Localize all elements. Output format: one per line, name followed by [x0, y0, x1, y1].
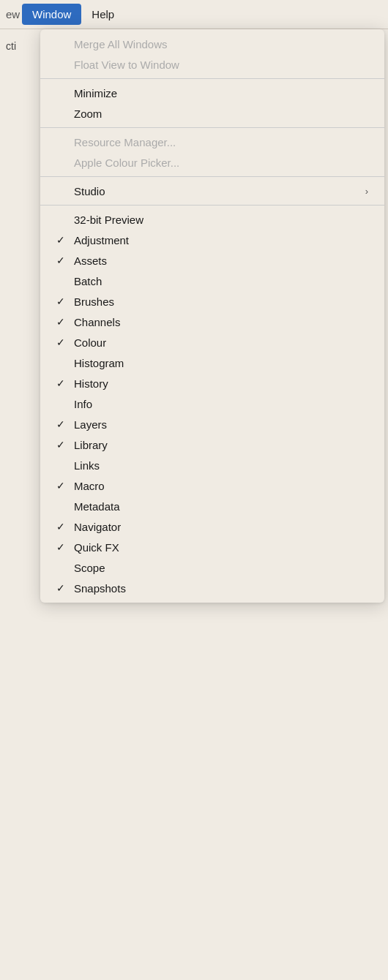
navigator-check-icon: ✓ [56, 521, 74, 532]
quick-fx-item[interactable]: ✓ Quick FX [40, 537, 384, 557]
zoom-item[interactable]: Zoom [40, 103, 384, 124]
assets-check-icon: ✓ [56, 255, 74, 266]
merge-all-windows-item[interactable]: Merge All Windows [40, 34, 384, 54]
adjustment-item[interactable]: ✓ Adjustment [40, 230, 384, 250]
snapshots-check-icon: ✓ [56, 582, 74, 594]
resource-manager-item[interactable]: Resource Manager... [40, 132, 384, 152]
library-label: Library [74, 439, 368, 451]
colour-label: Colour [74, 336, 368, 349]
resource-manager-label: Resource Manager... [74, 136, 368, 148]
32bit-preview-item[interactable]: 32-bit Preview [40, 209, 384, 230]
window-dropdown: Merge All Windows Float View to Window M… [40, 29, 384, 603]
studio-label: Studio [74, 185, 365, 197]
channels-label: Channels [74, 316, 368, 328]
macro-check-icon: ✓ [56, 480, 74, 491]
links-label: Links [74, 459, 368, 472]
view-label: cti [6, 40, 16, 52]
channels-check-icon: ✓ [56, 316, 74, 328]
window-menu[interactable]: Window [22, 4, 81, 25]
adjustment-label: Adjustment [74, 234, 368, 246]
minimize-item[interactable]: Minimize [40, 83, 384, 103]
library-check-icon: ✓ [56, 439, 74, 451]
studio-item[interactable]: Studio › [40, 181, 384, 201]
separator-1 [40, 78, 384, 79]
separator-4 [40, 205, 384, 206]
macro-item[interactable]: ✓ Macro [40, 475, 384, 496]
colour-item[interactable]: ✓ Colour [40, 332, 384, 353]
adjustment-check-icon: ✓ [56, 234, 74, 246]
quick-fx-check-icon: ✓ [56, 541, 74, 553]
separator-3 [40, 176, 384, 177]
navigator-item[interactable]: ✓ Navigator [40, 516, 384, 537]
scope-item[interactable]: Scope [40, 557, 384, 578]
snapshots-label: Snapshots [74, 582, 368, 595]
metadata-item[interactable]: Metadata [40, 496, 384, 516]
scope-label: Scope [74, 562, 368, 574]
metadata-label: Metadata [74, 500, 368, 513]
history-item[interactable]: ✓ History [40, 373, 384, 393]
32bit-preview-label: 32-bit Preview [74, 214, 368, 226]
merge-all-windows-label: Merge All Windows [74, 38, 368, 50]
brushes-check-icon: ✓ [56, 295, 74, 307]
history-check-icon: ✓ [56, 377, 74, 389]
colour-check-icon: ✓ [56, 336, 74, 348]
library-item[interactable]: ✓ Library [40, 434, 384, 455]
minimize-label: Minimize [74, 87, 368, 99]
help-menu[interactable]: Help [81, 4, 124, 25]
layers-label: Layers [74, 418, 368, 431]
assets-label: Assets [74, 255, 368, 267]
links-item[interactable]: Links [40, 455, 384, 475]
info-label: Info [74, 398, 368, 410]
float-view-to-window-label: Float View to Window [74, 59, 368, 71]
menu-bar-prefix: ew [0, 8, 22, 20]
batch-label: Batch [74, 275, 368, 287]
channels-item[interactable]: ✓ Channels [40, 312, 384, 332]
menu-bar: ew Window Help [0, 0, 388, 29]
apple-colour-picker-item[interactable]: Apple Colour Picker... [40, 152, 384, 173]
separator-2 [40, 127, 384, 128]
macro-label: Macro [74, 480, 368, 492]
float-view-to-window-item[interactable]: Float View to Window [40, 54, 384, 75]
brushes-label: Brushes [74, 295, 368, 308]
snapshots-item[interactable]: ✓ Snapshots [40, 578, 384, 598]
apple-colour-picker-label: Apple Colour Picker... [74, 157, 368, 169]
histogram-label: Histogram [74, 357, 368, 369]
info-item[interactable]: Info [40, 393, 384, 414]
history-label: History [74, 377, 368, 390]
histogram-item[interactable]: Histogram [40, 353, 384, 373]
assets-item[interactable]: ✓ Assets [40, 250, 384, 271]
brushes-item[interactable]: ✓ Brushes [40, 291, 384, 312]
quick-fx-label: Quick FX [74, 541, 368, 554]
layers-check-icon: ✓ [56, 418, 74, 430]
layers-item[interactable]: ✓ Layers [40, 414, 384, 434]
navigator-label: Navigator [74, 521, 368, 533]
batch-item[interactable]: Batch [40, 271, 384, 291]
zoom-label: Zoom [74, 108, 368, 120]
studio-arrow-icon: › [365, 186, 368, 197]
